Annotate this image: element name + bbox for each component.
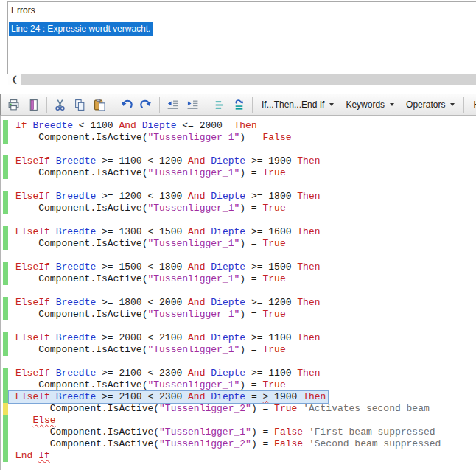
code-line[interactable]: Component.IsActive("Tussenligger_1") = T…	[1, 167, 476, 179]
code-line[interactable]: Component.IsActive("Tussenligger_1") = T…	[1, 344, 476, 356]
code-line[interactable]: Component.IsActive("Tussenligger_1") = T…	[1, 379, 476, 391]
paste-button[interactable]	[91, 96, 109, 113]
chevron-down-icon	[390, 103, 394, 106]
code-line[interactable]	[1, 285, 476, 297]
chevron-down-icon	[329, 103, 334, 106]
code-line[interactable]: Component.IsActive("Tussenligger_1") = F…	[1, 427, 476, 438]
code-line[interactable]: Component.IsActive("Tussenligger_1") = T…	[1, 238, 476, 250]
change-marker	[3, 155, 8, 167]
outdent-icon	[167, 99, 179, 111]
change-marker	[3, 203, 8, 214]
change-marker	[3, 391, 8, 403]
margin	[3, 214, 8, 226]
line-text: Component.IsActive("Tussenligger_1") = T…	[15, 203, 286, 214]
errors-panel: Errors Line 24 : Expressie wordt verwach…	[0, 0, 476, 89]
line-text: Component.IsActive("Tussenligger_2") = T…	[15, 403, 430, 415]
line-text: ElseIf Breedte >= 1800 < 2000 And Diepte…	[15, 297, 321, 309]
error-list-item-selected[interactable]: Line 24 : Expressie wordt verwacht.	[9, 22, 153, 36]
chevron-down-icon	[450, 103, 455, 106]
code-line[interactable]: ElseIf Breedte >= 1500 < 1800 And Diepte…	[1, 262, 476, 273]
line-text: End If	[15, 450, 50, 462]
margin	[3, 144, 8, 155]
line-text: ElseIf Breedte >= 1100 < 1200 And Diepte…	[15, 155, 321, 167]
copy-button[interactable]	[71, 96, 89, 113]
if-then-end-if-dropdown[interactable]: If...Then...End If	[256, 96, 339, 113]
cut-button[interactable]	[51, 96, 69, 113]
horizontal-scrollbar[interactable]: ❮	[8, 74, 476, 85]
error-line-highlight: ElseIf Breedte >= 2100 < 2300 And Diepte…	[9, 391, 328, 403]
line-text: Component.IsActive("Tussenligger_1") = T…	[15, 167, 286, 179]
code-line[interactable]: ElseIf Breedte >= 2100 < 2300 And Diepte…	[1, 368, 476, 379]
code-line[interactable]: Component.IsActive("Tussenligger_1") = F…	[1, 132, 476, 144]
line-text: Component.IsActive("Tussenligger_1") = F…	[15, 132, 292, 144]
code-line[interactable]	[1, 179, 476, 191]
button-label: Header...	[473, 99, 476, 110]
code-line[interactable]	[1, 320, 476, 332]
editor-toolbar: If...Then...End IfKeywordsOperatorsHeade…	[0, 94, 476, 116]
code-line[interactable]: Component.IsActive("Tussenligger_1") = T…	[1, 273, 476, 285]
margin	[3, 250, 8, 262]
scroll-left-button[interactable]: ❮	[8, 74, 21, 85]
change-marker	[3, 132, 8, 144]
change-marker	[3, 120, 8, 132]
code-line[interactable]: ElseIf Breedte >= 1100 < 1200 And Diepte…	[1, 155, 476, 167]
page-setup-icon	[27, 99, 40, 111]
code-editor[interactable]: If Breedte < 1100 And Diepte <= 2000 The…	[0, 116, 476, 470]
code-line[interactable]: Else	[1, 415, 476, 427]
line-text: ElseIf Breedte >= 1200 < 1300 And Diepte…	[15, 191, 321, 203]
code-line[interactable]: Component.IsActive("Tussenligger_1") = T…	[1, 309, 476, 320]
header-button[interactable]: Header...	[468, 96, 476, 113]
code-line[interactable]	[1, 214, 476, 226]
change-marker	[3, 368, 8, 379]
code-line[interactable]: Component.IsActive("Tussenligger_1") = T…	[1, 203, 476, 214]
comment-icon	[213, 99, 225, 111]
redo-icon	[140, 99, 153, 111]
code-line[interactable]: Component.IsActive("Tussenligger_2") = T…	[1, 403, 476, 415]
code-line[interactable]: If Breedte < 1100 And Diepte <= 2000 The…	[1, 120, 476, 132]
panel-border	[7, 88, 476, 88]
change-marker	[3, 167, 8, 179]
scrollbar-thumb[interactable]	[21, 74, 476, 85]
change-marker	[3, 238, 8, 250]
change-marker	[3, 332, 8, 344]
code-line[interactable]: ElseIf Breedte >= 2100 < 2300 And Diepte…	[1, 391, 476, 403]
list-row-separator	[8, 63, 476, 63]
code-line[interactable]: ElseIf Breedte >= 2000 < 2100 And Diepte…	[1, 332, 476, 344]
code-line[interactable]: ElseIf Breedte >= 1800 < 2000 And Diepte…	[1, 297, 476, 309]
code-line[interactable]: End If	[1, 450, 476, 462]
code-line[interactable]	[1, 250, 476, 262]
errors-panel-title: Errors	[11, 5, 35, 15]
change-marker	[3, 309, 8, 320]
toolbar-separator	[252, 97, 253, 113]
indent-button[interactable]	[183, 96, 202, 113]
change-marker	[3, 344, 8, 356]
uncomment-button[interactable]	[230, 96, 248, 113]
code-line[interactable]: ElseIf Breedte >= 1300 < 1500 And Diepte…	[1, 226, 476, 238]
print-button[interactable]	[4, 96, 23, 113]
comment-button[interactable]	[210, 96, 228, 113]
expression-editor-window: Errors Line 24 : Expressie wordt verwach…	[0, 0, 476, 470]
margin	[3, 320, 8, 332]
line-text: Component.IsActive("Tussenligger_1") = T…	[15, 238, 286, 250]
code-line[interactable]: ElseIf Breedte >= 1200 < 1300 And Diepte…	[1, 191, 476, 203]
code-line[interactable]	[1, 144, 476, 155]
button-label: If...Then...End If	[262, 99, 324, 110]
change-marker	[3, 403, 8, 415]
code-line[interactable]: Component.IsActive("Tussenligger_2") = F…	[1, 438, 476, 450]
line-text: If Breedte < 1100 And Diepte <= 2000 The…	[15, 120, 257, 132]
keywords-dropdown[interactable]: Keywords	[340, 96, 399, 113]
toolbar-separator	[206, 97, 206, 113]
paste-icon	[94, 99, 106, 111]
line-text: ElseIf Breedte >= 1500 < 1800 And Diepte…	[15, 262, 321, 273]
operators-dropdown[interactable]: Operators	[401, 96, 460, 113]
cut-icon	[54, 99, 66, 111]
outdent-button[interactable]	[164, 96, 182, 113]
indent-icon	[186, 99, 199, 111]
undo-button[interactable]	[117, 96, 136, 113]
margin	[3, 179, 8, 191]
line-text: Component.IsActive("Tussenligger_1") = T…	[15, 379, 286, 391]
list-row-separator	[8, 49, 476, 49]
page-setup-button[interactable]	[24, 96, 43, 113]
code-line[interactable]	[1, 356, 476, 368]
redo-button[interactable]	[137, 96, 155, 113]
